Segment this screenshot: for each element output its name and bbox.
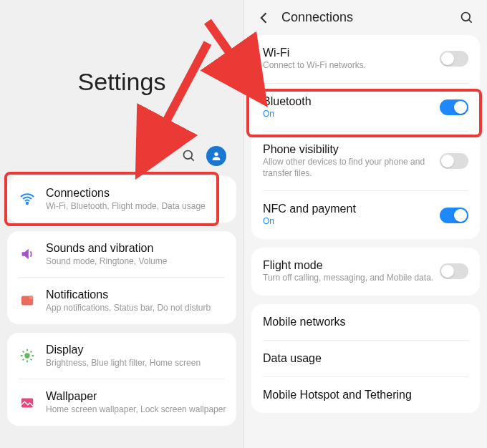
item-title: Sounds and vibration xyxy=(46,241,226,255)
svg-point-2 xyxy=(214,152,218,156)
notifications-icon xyxy=(17,293,37,308)
settings-card: Display Brightness, Blue light filter, H… xyxy=(7,333,236,426)
connections-card: Flight mode Turn off calling, messaging,… xyxy=(251,248,480,296)
svg-point-0 xyxy=(184,151,193,160)
flight-mode-toggle[interactable] xyxy=(440,263,468,279)
wifi-toggle[interactable] xyxy=(440,51,468,67)
settings-item-notifications[interactable]: Notifications App notifications, Status … xyxy=(7,278,236,324)
svg-point-6 xyxy=(24,353,29,358)
account-icon[interactable] xyxy=(206,146,226,166)
nfc-toggle[interactable] xyxy=(440,208,468,223)
svg-line-14 xyxy=(31,351,32,353)
settings-item-wallpaper[interactable]: Wallpaper Home screen wallpaper, Lock sc… xyxy=(7,379,236,426)
item-sub: App notifications, Status bar, Do not di… xyxy=(46,303,226,314)
svg-line-17 xyxy=(469,19,472,22)
item-sub: Brightness, Blue light filter, Home scre… xyxy=(46,358,226,369)
row-title: Bluetooth xyxy=(263,95,434,108)
settings-item-connections[interactable]: Connections Wi-Fi, Bluetooth, Flight mod… xyxy=(7,176,236,223)
row-title: NFC and payment xyxy=(263,203,434,215)
phone-visibility-toggle[interactable] xyxy=(440,153,468,169)
svg-line-13 xyxy=(23,359,24,361)
row-sub: On xyxy=(263,216,434,228)
conn-row-nfc[interactable]: NFC and payment On xyxy=(251,191,480,239)
bluetooth-toggle[interactable] xyxy=(440,99,468,115)
row-sub: Turn off calling, messaging, and Mobile … xyxy=(263,273,434,284)
item-sub: Sound mode, Ringtone, Volume xyxy=(46,256,226,268)
settings-item-display[interactable]: Display Brightness, Blue light filter, H… xyxy=(7,333,236,379)
item-title: Connections xyxy=(46,186,226,200)
screen-title: Connections xyxy=(281,10,450,25)
display-icon xyxy=(17,348,37,364)
wifi-icon xyxy=(17,190,37,208)
item-title: Notifications xyxy=(46,288,226,302)
conn-row-mobile-networks[interactable]: Mobile networks xyxy=(251,304,480,340)
conn-row-wifi[interactable]: Wi-Fi Connect to Wi-Fi networks. xyxy=(251,35,480,83)
conn-row-hotspot[interactable]: Mobile Hotspot and Tethering xyxy=(251,377,480,413)
conn-row-data-usage[interactable]: Data usage xyxy=(251,341,480,376)
settings-card: Sounds and vibration Sound mode, Rington… xyxy=(7,231,236,324)
svg-point-3 xyxy=(26,203,28,204)
page-title: Settings xyxy=(0,68,244,96)
conn-row-phone-visibility[interactable]: Phone visibility Allow other devices to … xyxy=(251,132,480,190)
row-sub: On xyxy=(263,109,434,120)
settings-card: Connections Wi-Fi, Bluetooth, Flight mod… xyxy=(7,176,236,223)
sound-icon xyxy=(17,246,37,262)
connections-card: Wi-Fi Connect to Wi-Fi networks. Bluetoo… xyxy=(251,35,480,239)
row-sub: Connect to Wi-Fi networks. xyxy=(263,60,434,72)
svg-point-16 xyxy=(462,12,471,21)
row-title: Flight mode xyxy=(263,259,434,272)
wallpaper-icon xyxy=(17,395,37,411)
row-sub: Allow other devices to find your phone a… xyxy=(263,157,434,179)
conn-row-flight-mode[interactable]: Flight mode Turn off calling, messaging,… xyxy=(251,248,480,296)
conn-row-bluetooth[interactable]: Bluetooth On xyxy=(251,84,480,132)
connections-card: Mobile networks Data usage Mobile Hotspo… xyxy=(251,304,480,413)
svg-line-12 xyxy=(31,359,32,361)
item-sub: Home screen wallpaper, Lock screen wallp… xyxy=(46,404,226,416)
row-title: Phone visibility xyxy=(263,143,434,156)
connections-screen: Connections Wi-Fi Connect to Wi-Fi netwo… xyxy=(244,0,487,448)
search-icon[interactable] xyxy=(182,149,196,163)
settings-screen: Settings Connections Wi-Fi, Bluetooth, F… xyxy=(0,0,244,448)
svg-point-5 xyxy=(29,296,34,300)
back-icon[interactable] xyxy=(257,11,271,25)
search-icon[interactable] xyxy=(460,11,474,25)
row-title: Mobile Hotspot and Tethering xyxy=(263,389,463,401)
row-title: Mobile networks xyxy=(263,316,463,328)
svg-line-11 xyxy=(23,351,24,353)
item-sub: Wi-Fi, Bluetooth, Flight mode, Data usag… xyxy=(46,201,226,213)
item-title: Display xyxy=(46,343,226,357)
item-title: Wallpaper xyxy=(46,389,226,404)
row-title: Wi-Fi xyxy=(263,47,434,59)
svg-line-1 xyxy=(191,158,194,161)
settings-item-sounds[interactable]: Sounds and vibration Sound mode, Rington… xyxy=(7,231,236,278)
row-title: Data usage xyxy=(263,352,463,365)
